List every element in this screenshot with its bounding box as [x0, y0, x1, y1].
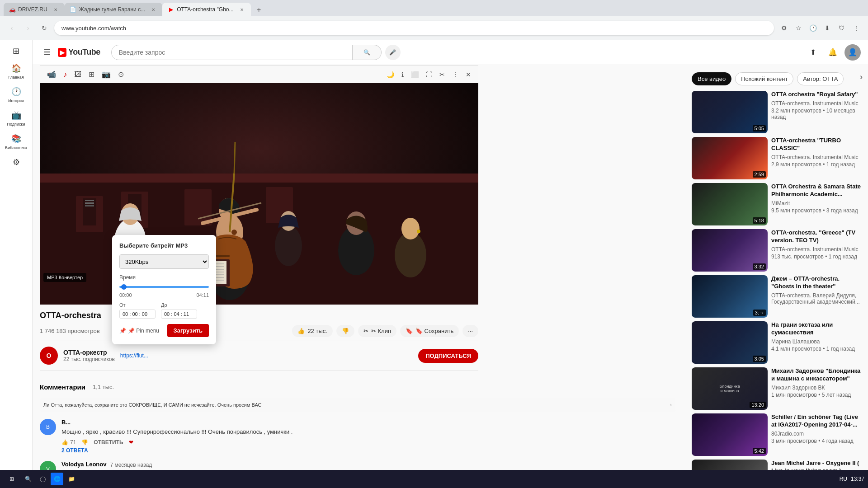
- pin-menu-button[interactable]: 📌 📌 Pin menu: [119, 328, 164, 334]
- toolbar-theater-icon[interactable]: ⬜: [409, 69, 420, 80]
- tab-all-videos[interactable]: Все видео: [692, 72, 731, 85]
- dislike-icon-1: 👎: [81, 439, 88, 446]
- channel-name: OTTA-оркестр: [63, 349, 115, 356]
- featured-comment-preview[interactable]: Ли Отта, пожалуйста, сохраните это СОКРО…: [40, 398, 675, 412]
- sidebar-video-2[interactable]: 5:18 OTTA Orchestra & Samara State Philh…: [692, 183, 863, 225]
- video-player[interactable]: MP3 Конвертер: [40, 83, 478, 305]
- voice-search-button[interactable]: 🎤: [385, 45, 401, 60]
- time-section-label: Время: [119, 274, 209, 281]
- sidebar-item-subscriptions[interactable]: 📺 Подписки: [0, 108, 32, 129]
- subscribe-button[interactable]: ПОДПИСАТЬСЯ: [418, 349, 478, 363]
- sidebar-channel-2: МiMazit: [771, 200, 863, 206]
- bitrate-select[interactable]: 320Kbps 256Kbps 192Kbps 128Kbps: [119, 254, 209, 269]
- sidebar-video-5[interactable]: 3:05 На грани экстаза или сумасшествия М…: [692, 321, 863, 364]
- time-slider-handle-left[interactable]: [121, 284, 127, 290]
- taskbar-browser-button[interactable]: 🌐: [51, 473, 63, 485]
- reload-button[interactable]: ↻: [38, 22, 51, 34]
- toolbar-camera-icon[interactable]: 📹: [45, 68, 58, 80]
- tab-youtube[interactable]: ▶ OTTA-orchestra "Gho... ✕: [162, 3, 250, 16]
- comments-title: Комментарии: [40, 383, 85, 391]
- hamburger-menu[interactable]: ☰: [40, 44, 54, 61]
- toolbar-table-icon[interactable]: ⊞: [87, 68, 96, 80]
- sidebar-video-3[interactable]: 3:32 OTTA-orchestra. "Greece" (TV versio…: [692, 229, 863, 272]
- tab-close-drivez[interactable]: ✕: [52, 6, 59, 13]
- toolbar-photo-icon[interactable]: 📷: [100, 68, 113, 80]
- taskbar-time: 13:37: [851, 476, 864, 482]
- account-button[interactable]: 👤: [844, 44, 861, 61]
- tab-author[interactable]: Автор: ОТТА: [797, 72, 844, 85]
- taskbar-search-button[interactable]: 🔍: [22, 473, 34, 485]
- microphone-icon: 🎤: [389, 49, 396, 56]
- reply-button-1[interactable]: ОТВЕТИТЬ: [94, 439, 123, 446]
- from-time-input[interactable]: [119, 310, 156, 319]
- toolbar-image-icon[interactable]: 🖼: [72, 69, 83, 80]
- sidebar-video-0[interactable]: 5:05 OTTA orchestra "Royal Safary" OTTA-…: [692, 91, 863, 133]
- toolbar-crop-icon[interactable]: ✂: [438, 69, 447, 80]
- comment-like-button-1[interactable]: 👍 71: [61, 439, 76, 446]
- address-input[interactable]: [54, 21, 774, 35]
- tab-drivez[interactable]: 🚗 DRIVEZ.RU ✕: [4, 3, 65, 16]
- channel-link[interactable]: https://flut...: [120, 352, 148, 359]
- to-time-input[interactable]: [161, 310, 197, 319]
- sidebar-video-6[interactable]: Блондинкаи машина 13:20 Михаил Задорнов …: [692, 367, 863, 410]
- video-container: 📹 ♪ 🖼 ⊞ 📷 ⊙ 🌙 ℹ ⬜ ⛶ ✂ ⋮ ✕: [40, 65, 478, 305]
- clip-button[interactable]: ✂ ✂ Клип: [358, 325, 396, 337]
- comment-dislike-button-1[interactable]: 👎: [81, 439, 88, 446]
- menu-button[interactable]: ⋮: [850, 22, 863, 34]
- like-button[interactable]: 👍 22 тыс.: [292, 325, 332, 337]
- sidebar-video-4[interactable]: 3:→ Джем – OTTA-orchestra. "Ghosts in th…: [692, 275, 863, 318]
- save-button[interactable]: 🔖 🔖 Сохранить: [400, 325, 459, 337]
- mp3-popup-title: Выберите битрейт MP3: [119, 242, 209, 249]
- sidebar-video-title-7: Schiller / Ein schöner Tag (Live at IGA2…: [771, 413, 863, 429]
- notifications-button[interactable]: 🔔: [825, 44, 841, 61]
- toolbar-dots-icon[interactable]: ⋮: [450, 69, 460, 80]
- toolbar-close-icon[interactable]: ✕: [464, 69, 473, 80]
- toolbar-row: 📹 ♪ 🖼 ⊞ 📷 ⊙ 🌙 ℹ ⬜ ⛶ ✂ ⋮ ✕: [40, 65, 478, 83]
- sidebar-video-1[interactable]: 2:59 OTTA-orchestra "TURBO CLASSIC" OTTA…: [692, 137, 863, 179]
- sidebar-item-library[interactable]: 📚 Библиотека: [0, 131, 32, 153]
- replies-toggle-1[interactable]: 2 ОТВЕТА: [61, 447, 675, 454]
- heart-icon: ❤: [129, 439, 133, 446]
- time-slider-container[interactable]: [119, 283, 209, 291]
- toolbar-music-icon[interactable]: ♪: [61, 69, 69, 80]
- sidebar-item-home[interactable]: 🏠 Главная: [0, 61, 32, 82]
- tab-barany[interactable]: 📄 Жадные гулые Барани с... ✕: [65, 3, 162, 16]
- thumb-duration-3: 3:32: [753, 263, 766, 270]
- sidebar-meta-1: 2,9 млн просмотров • 1 год назад: [771, 161, 863, 168]
- toolbar-circle-icon[interactable]: ⊙: [116, 68, 126, 80]
- shield-icon[interactable]: 🛡: [835, 22, 848, 34]
- sidebar-video-title-1: OTTA-orchestra "TURBO CLASSIC": [771, 137, 863, 152]
- extensions-button[interactable]: ⚙: [778, 22, 790, 34]
- sidebar-item-apps[interactable]: ⊞: [0, 43, 32, 59]
- sidebar-thumb-5: 3:05: [692, 321, 768, 364]
- downloads-button[interactable]: ⬇: [821, 22, 834, 34]
- toolbar-expand-icon[interactable]: ⛶: [424, 69, 434, 80]
- taskbar-explorer-button[interactable]: 📁: [65, 473, 78, 485]
- channel-row: O OTTA-оркестр 22 тыс. подписчиков https…: [40, 341, 478, 371]
- more-actions-button[interactable]: ···: [462, 325, 478, 337]
- tab-close-yt[interactable]: ✕: [238, 6, 245, 13]
- toolbar-moon-icon[interactable]: 🌙: [385, 69, 396, 80]
- forward-button[interactable]: ›: [22, 22, 34, 34]
- svg-point-28: [401, 218, 420, 239]
- tab-similar-content[interactable]: Похожий контент: [735, 72, 793, 85]
- new-tab-button[interactable]: +: [253, 4, 265, 16]
- download-button[interactable]: Загрузить: [167, 324, 209, 337]
- bookmark-button[interactable]: ☆: [792, 22, 805, 34]
- sidebar-item-history[interactable]: 🕐 История: [0, 84, 32, 106]
- sidebar-video-7[interactable]: 5:42 Schiller / Ein schöner Tag (Live at…: [692, 413, 863, 456]
- featured-comment-text: Ли Отта, пожалуйста, сохраните это СОКРО…: [43, 402, 261, 408]
- history-button[interactable]: 🕐: [807, 22, 819, 34]
- sidebar-tabs-more-icon[interactable]: ›: [860, 72, 863, 85]
- search-button[interactable]: 🔍: [353, 45, 382, 60]
- taskbar-cortana-button[interactable]: ◯: [36, 473, 49, 485]
- toolbar-info-icon[interactable]: ℹ: [400, 69, 406, 80]
- sidebar-item-settings[interactable]: ⚙: [0, 155, 32, 170]
- search-input[interactable]: [111, 45, 353, 60]
- dislike-button[interactable]: 👎: [336, 325, 354, 337]
- youtube-logo[interactable]: ▶ YouTube: [58, 47, 100, 57]
- taskbar-start-button[interactable]: ⊞: [4, 471, 20, 487]
- back-button[interactable]: ‹: [5, 22, 18, 34]
- tab-close-barany[interactable]: ✕: [150, 6, 157, 13]
- upload-button[interactable]: ⬆: [805, 44, 821, 61]
